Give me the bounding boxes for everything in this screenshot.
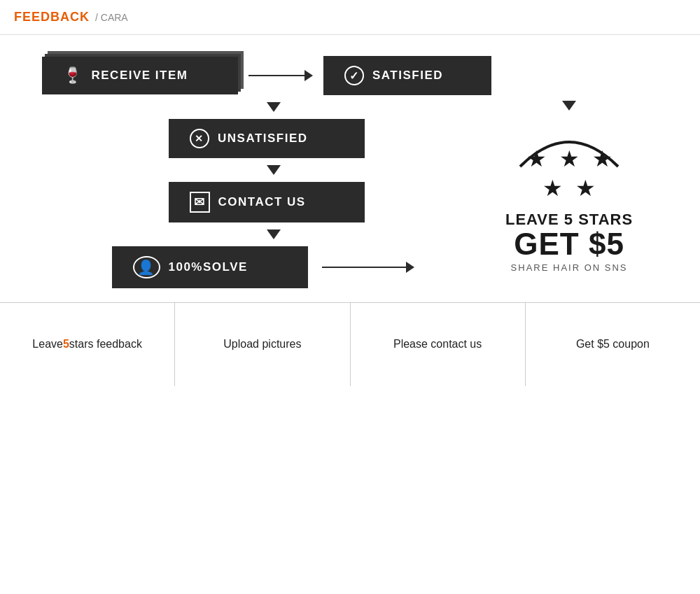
receive-item-box: 🍷 RECEIVE ITEM [42,57,238,94]
receive-item-label: RECEIVE ITEM [92,69,188,83]
bottom-item-1: Leave 5 stars feedback [0,303,175,386]
bottom-item-3: Please contact us [351,303,526,386]
arrow-down-right [562,101,576,111]
bottom-item-1-suffix: stars feedback [69,337,142,352]
solve-arrow [322,262,414,273]
contact-us-box: ✉ CONTACT US [169,182,365,222]
page-title: FEEDBACK [14,10,90,24]
bottom-bar: Leave 5 stars feedback Upload pictures P… [0,302,700,386]
arrow-down-1-wrapper [169,95,365,119]
right-arrow-to-satisfied [248,70,313,81]
user-icon: 👤 [133,256,160,278]
share-sns-label: SHARE HAIR ON SNS [511,262,628,273]
contact-us-label: CONTACT US [218,195,306,209]
solve-row: 👤 100%SOLVE [112,246,421,288]
arrow-down-2-wrapper [169,158,365,182]
unsatisfied-box: ✕ UNSATISFIED [169,119,365,158]
arrow-down-3-wrapper [169,222,365,246]
get-5-label: GET $5 [514,229,624,260]
satisfied-label: SATISFIED [372,69,443,83]
bottom-item-4: Get $5 coupon [526,303,700,386]
envelope-icon: ✉ [190,192,210,213]
top-row: 🍷 RECEIVE ITEM ✓ SATISFIED [42,56,491,95]
arc-svg [499,121,639,170]
bottom-item-1-prefix: Leave [32,337,63,352]
reward-box: ★ ★ ★ ★ ★ LEAVE 5 STARS GET $5 SHARE HAI… [505,125,633,273]
bottom-item-1-number: 5 [63,337,69,352]
arrow-down-2 [267,165,281,175]
receive-item-wrapper: 🍷 RECEIVE ITEM [42,57,238,94]
arrow-down-3 [267,229,281,239]
star-4: ★ [542,175,563,201]
goblet-icon: 🍷 [63,66,83,85]
satisfied-arrow-wrapper: ★ ★ ★ ★ ★ LEAVE 5 STARS GET $5 SHARE HAI… [505,94,633,273]
page-subtitle: / CARA [95,12,128,23]
flow-diagram: 🍷 RECEIVE ITEM ✓ SATISFIED ✕ UNSATISFIED [0,35,700,302]
stars-section: ★ ★ ★ ★ ★ [526,125,612,201]
bottom-item-2: Upload pictures [175,303,350,386]
left-flow-column: 🍷 RECEIVE ITEM ✓ SATISFIED ✕ UNSATISFIED [42,56,491,288]
arrow-down-1 [267,102,281,112]
page-header: FEEDBACK / CARA [0,0,700,35]
x-icon: ✕ [190,129,209,148]
check-icon: ✓ [344,66,364,85]
solve-label: 100%SOLVE [169,260,248,274]
stars-bottom-row: ★ ★ [542,175,596,201]
right-flow-column: ★ ★ ★ ★ ★ LEAVE 5 STARS GET $5 SHARE HAI… [505,56,633,273]
solve-box: 👤 100%SOLVE [112,246,308,288]
unsatisfied-label: UNSATISFIED [218,132,308,146]
star-5: ★ [575,175,596,201]
satisfied-box: ✓ SATISFIED [323,56,491,95]
